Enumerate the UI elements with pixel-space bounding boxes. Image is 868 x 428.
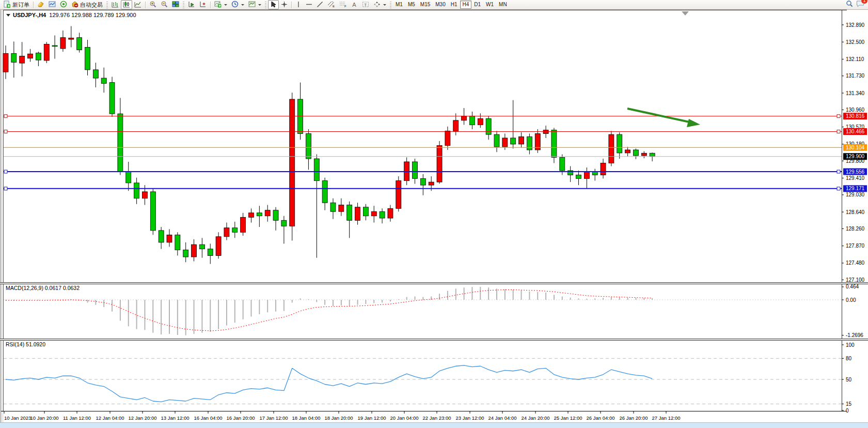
candle <box>388 208 393 218</box>
time-tick-label: 23 Jan 12:00 <box>456 415 484 421</box>
cursor-tool-button[interactable] <box>268 0 279 9</box>
rsi-tick-label: 15 <box>846 401 852 407</box>
indicators-icon <box>214 1 222 9</box>
macd-tick-label: 0.00 <box>846 297 856 303</box>
time-tick-label: 24 Jan 04:00 <box>488 415 517 421</box>
price-axis-box-label: 130.816 <box>846 113 865 119</box>
time-tick-label: 27 Jan 12:00 <box>652 415 681 421</box>
indicators-dropdown-caret[interactable] <box>224 4 227 6</box>
timeframe-button-mn[interactable]: MN <box>496 1 510 9</box>
arrows-tool-icon <box>373 1 381 9</box>
time-tick-label: 26 Jan 20:00 <box>620 415 648 421</box>
equidistant-channel-tool[interactable]: E <box>325 0 337 9</box>
time-tick-label: 16 Jan 20:00 <box>227 415 255 421</box>
line-handle[interactable] <box>837 130 840 133</box>
vertical-line-icon <box>295 1 302 9</box>
signal-button[interactable] <box>58 0 69 9</box>
candle <box>298 99 303 133</box>
chart-shift-marker[interactable] <box>682 11 689 16</box>
chart-symbol-period: USDJPY-,H4 <box>13 12 46 18</box>
candle <box>142 192 147 198</box>
timeframe-button-m15[interactable]: M15 <box>418 1 433 9</box>
horizontal-line-tool[interactable] <box>304 0 314 9</box>
bar-chart-button[interactable] <box>109 0 121 9</box>
indicators-button[interactable] <box>212 0 229 9</box>
periods-button[interactable] <box>229 0 246 9</box>
new-order-button[interactable]: 新订单 <box>2 0 31 9</box>
timeframe-button-m1[interactable]: M1 <box>393 1 405 9</box>
market-watch-button[interactable] <box>46 0 58 9</box>
crosshair-tool-button[interactable] <box>279 0 290 9</box>
trendline-tool[interactable] <box>314 0 325 9</box>
candle <box>413 162 418 178</box>
bar-chart-icon <box>112 1 119 9</box>
periods-dropdown-caret[interactable] <box>241 4 244 6</box>
text-tool[interactable]: A <box>349 0 360 9</box>
pane-splitter[interactable] <box>0 339 868 340</box>
auto-scroll-icon <box>188 1 195 9</box>
trend-arrow-head[interactable] <box>687 119 700 127</box>
candle <box>109 83 115 114</box>
templates-button[interactable] <box>246 0 263 9</box>
candle <box>355 207 360 221</box>
arrows-dropdown-caret[interactable] <box>383 4 386 6</box>
line-handle[interactable] <box>4 170 7 173</box>
profile-button[interactable] <box>35 0 46 9</box>
chart-canvas[interactable]: 132.890132.500132.110131.730131.340130.9… <box>0 0 868 428</box>
price-axis-box-label: 129.900 <box>846 154 865 159</box>
auto-scroll-button[interactable] <box>186 0 197 9</box>
candle <box>77 38 82 50</box>
vertical-line-tool[interactable] <box>293 0 304 9</box>
line-handle[interactable] <box>837 115 840 118</box>
market-watch-icon <box>49 1 56 9</box>
candle <box>28 54 33 58</box>
candle <box>281 220 287 226</box>
time-tick-label: 12 Jan 04:00 <box>96 415 124 421</box>
candle <box>167 235 172 242</box>
price-tick-label: 130.960 <box>846 107 865 113</box>
timeframe-button-m30[interactable]: M30 <box>433 1 448 9</box>
candle <box>576 175 581 179</box>
tile-windows-button[interactable] <box>170 0 181 9</box>
line-handle[interactable] <box>4 187 7 190</box>
timeframe-button-h4[interactable]: H4 <box>460 1 472 9</box>
price-axis-box-label: 130.104 <box>846 145 865 150</box>
chart-shift-icon <box>199 1 207 9</box>
chart-title[interactable]: USDJPY-,H4 129.976 129.988 129.789 129.9… <box>6 12 136 18</box>
macd-tick-label: 0.464 <box>846 284 859 289</box>
arrows-tool[interactable] <box>371 0 388 9</box>
line-handle[interactable] <box>4 115 7 118</box>
chart-ohlc-values: 129.976 129.988 129.789 129.900 <box>49 12 136 18</box>
line-handle[interactable] <box>837 187 840 190</box>
timeframe-button-m5[interactable]: M5 <box>405 1 418 9</box>
candle <box>584 172 589 179</box>
candlestick-chart-button[interactable] <box>121 0 132 9</box>
templates-dropdown-caret[interactable] <box>258 4 261 6</box>
pane-splitter[interactable] <box>0 283 868 284</box>
timeframe-button-h1[interactable]: H1 <box>448 1 460 9</box>
candle <box>380 211 385 218</box>
notifications-button[interactable]: 1 <box>856 0 864 9</box>
candle <box>453 120 459 131</box>
zoom-in-button[interactable] <box>147 0 159 9</box>
tile-windows-icon <box>172 1 179 9</box>
timeframe-button-w1[interactable]: W1 <box>483 1 496 9</box>
symbol-dropdown-icon[interactable] <box>6 14 10 17</box>
trend-arrow[interactable] <box>627 109 694 123</box>
chart-shift-button[interactable] <box>197 0 209 9</box>
zoom-out-button[interactable] <box>159 0 170 9</box>
time-tick-label: 26 Jan 04:00 <box>587 415 615 421</box>
fibonacci-tool[interactable]: F <box>337 0 349 9</box>
line-handle[interactable] <box>837 170 840 173</box>
line-chart-button[interactable] <box>132 0 144 9</box>
search-icon[interactable] <box>846 0 853 9</box>
timeframe-button-d1[interactable]: D1 <box>471 1 483 9</box>
candle <box>232 228 238 233</box>
separator <box>210 2 211 8</box>
line-handle[interactable] <box>4 130 7 133</box>
templates-icon <box>248 1 256 9</box>
text-label-tool[interactable]: T <box>360 0 371 9</box>
auto-trading-button[interactable]: 自动交易 <box>69 0 105 9</box>
candle <box>494 134 499 147</box>
candle <box>306 133 311 159</box>
